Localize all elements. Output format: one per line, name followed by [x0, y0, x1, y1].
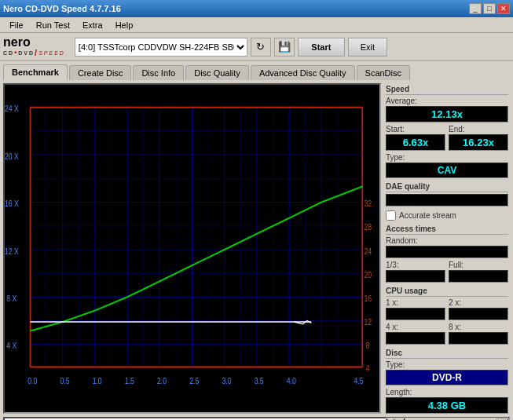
maximize-button[interactable]: □ — [483, 3, 496, 14]
chart-area: 4 X 8 X 12 X 16 X 20 X 24 X 4 8 12 16 20… — [3, 83, 381, 414]
tab-advanced-disc-quality[interactable]: Advanced Disc Quality — [251, 65, 355, 80]
svg-text:4 X: 4 X — [6, 341, 16, 350]
main-content: 4 X 8 X 12 X 16 X 20 X 24 X 4 8 12 16 20… — [0, 80, 513, 417]
svg-text:4.5: 4.5 — [354, 376, 363, 385]
end-label: End: — [449, 125, 508, 133]
menu-bar: File Run Test Extra Help — [0, 17, 513, 33]
window-title: Nero CD-DVD Speed 4.7.7.16 — [3, 4, 121, 13]
svg-text:24 X: 24 X — [5, 104, 19, 113]
svg-text:2.5: 2.5 — [189, 376, 199, 385]
disc-type-label: Type: — [386, 360, 508, 369]
disc-section: Disc Type: DVD-R Length: 4.38 GB — [386, 349, 508, 416]
type-label: Type: — [386, 153, 508, 162]
random-value-box — [386, 246, 508, 258]
svg-text:32: 32 — [364, 199, 372, 208]
cpu-2x-box — [449, 308, 508, 320]
drive-select[interactable]: [4:0] TSSTcorp CDDVDW SH-224FB SB00 — [75, 38, 247, 57]
tab-scandisc[interactable]: ScanDisc — [357, 65, 410, 80]
menu-run-test[interactable]: Run Test — [30, 19, 76, 31]
title-bar: Nero CD-DVD Speed 4.7.7.16 _ □ ✕ — [0, 0, 513, 17]
svg-text:0.0: 0.0 — [27, 376, 37, 385]
svg-text:12 X: 12 X — [5, 247, 19, 256]
start-value: 6.63x — [386, 134, 445, 151]
full-label: Full: — [449, 261, 508, 269]
toolbar: nero CD•DVD/SPEED [4:0] TSSTcorp CDDVDW … — [0, 33, 513, 61]
cpu-8x-box — [449, 332, 508, 345]
svg-text:3.5: 3.5 — [255, 376, 264, 385]
svg-text:12: 12 — [364, 317, 372, 327]
window-controls: _ □ ✕ — [469, 3, 510, 14]
start-button[interactable]: Start — [298, 38, 345, 57]
svg-text:0.5: 0.5 — [60, 376, 69, 385]
cpu-4x-box — [386, 332, 445, 345]
cpu-2x-label: 2 x: — [449, 298, 508, 307]
cpu-4x-label: 4 x: — [386, 323, 445, 331]
minimize-button[interactable]: _ — [469, 3, 482, 14]
close-button[interactable]: ✕ — [497, 3, 510, 14]
svg-text:4.0: 4.0 — [287, 376, 296, 385]
dae-header: DAE quality — [386, 182, 508, 192]
right-panel: Speed Average: 12.13x Start: 6.63x End: … — [384, 83, 510, 414]
one-third-value-box — [386, 270, 445, 283]
svg-text:8 X: 8 X — [6, 294, 16, 303]
svg-text:16 X: 16 X — [5, 199, 19, 208]
tab-benchmark[interactable]: Benchmark — [3, 64, 68, 80]
full-value-box — [449, 270, 508, 283]
cpu-1x-box — [386, 308, 445, 320]
tab-create-disc[interactable]: Create Disc — [69, 65, 131, 80]
refresh-button[interactable]: ↻ — [251, 38, 271, 57]
end-value: 16.23x — [449, 134, 508, 151]
svg-text:28: 28 — [364, 222, 372, 232]
tab-bar: Benchmark Create Disc Disc Info Disc Qua… — [0, 61, 513, 80]
speed-section: Speed Average: 12.13x Start: 6.63x End: … — [386, 85, 508, 181]
svg-text:24: 24 — [364, 247, 372, 256]
svg-text:20 X: 20 X — [5, 152, 19, 161]
cpu-8x-label: 8 x: — [449, 323, 508, 331]
tab-disc-info[interactable]: Disc Info — [133, 65, 184, 80]
average-value: 12.13x — [386, 106, 508, 122]
accurate-stream-section: Accurate stream — [386, 210, 508, 223]
disc-type-value: DVD-R — [386, 370, 508, 385]
accurate-stream-label: Accurate stream — [399, 211, 456, 220]
disc-length-value: 4.38 GB — [386, 397, 508, 414]
svg-text:8: 8 — [366, 341, 370, 350]
cpu-header: CPU usage — [386, 287, 508, 297]
svg-text:1.0: 1.0 — [93, 376, 102, 385]
dae-section: DAE quality — [386, 182, 508, 209]
svg-text:16: 16 — [364, 294, 372, 303]
cpu-1x-label: 1 x: — [386, 298, 445, 307]
access-times-section: Access times Random: 1/3: Full: — [386, 225, 508, 285]
one-third-label: 1/3: — [386, 261, 445, 269]
exit-button[interactable]: Exit — [348, 38, 387, 57]
svg-text:4: 4 — [366, 363, 370, 373]
average-label: Average: — [386, 97, 508, 105]
accurate-stream-checkbox[interactable] — [386, 210, 396, 221]
cpu-usage-section: CPU usage 1 x: 4 x: 2 x: 8 x: — [386, 287, 508, 347]
start-label: Start: — [386, 125, 445, 133]
save-button[interactable]: 💾 — [274, 38, 295, 57]
speed-header: Speed — [386, 85, 508, 95]
disc-length-label: Length: — [386, 388, 508, 396]
menu-extra[interactable]: Extra — [76, 19, 109, 31]
random-label: Random: — [386, 236, 508, 245]
menu-file[interactable]: File — [3, 19, 30, 31]
svg-text:1.5: 1.5 — [125, 376, 134, 385]
dae-bar — [386, 194, 508, 206]
tab-disc-quality[interactable]: Disc Quality — [185, 65, 249, 80]
svg-text:20: 20 — [364, 270, 372, 279]
menu-help[interactable]: Help — [109, 19, 140, 31]
chart-svg: 4 X 8 X 12 X 16 X 20 X 24 X 4 8 12 16 20… — [5, 85, 379, 412]
disc-header: Disc — [386, 349, 508, 359]
access-times-header: Access times — [386, 225, 508, 235]
svg-text:2.0: 2.0 — [157, 376, 167, 385]
app-logo: nero CD•DVD/SPEED — [3, 36, 65, 57]
svg-text:3.0: 3.0 — [222, 376, 231, 385]
type-value: CAV — [386, 163, 508, 178]
